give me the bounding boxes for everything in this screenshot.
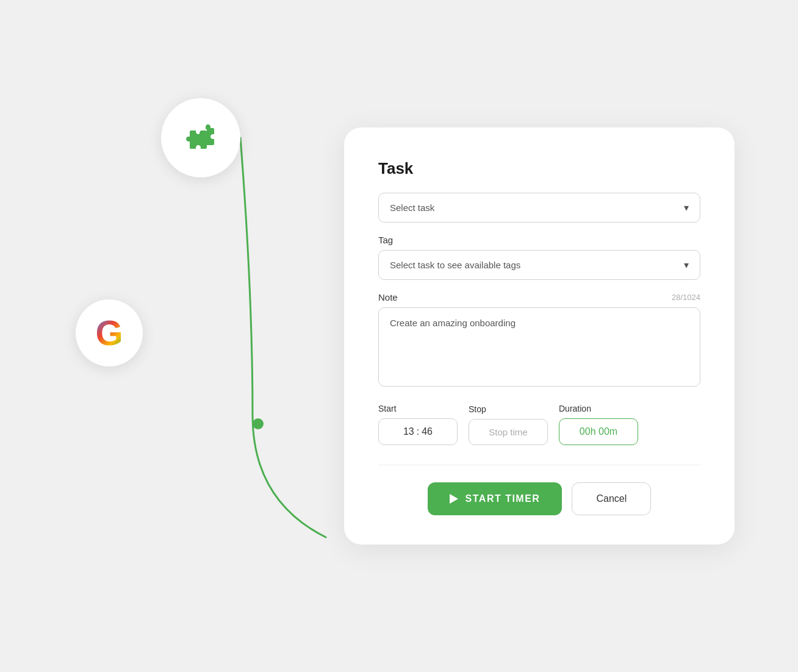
google-float-icon: G: [76, 299, 143, 366]
start-minute: 46: [422, 426, 433, 437]
stop-placeholder: Stop time: [489, 427, 527, 437]
card-title: Task: [378, 159, 700, 178]
start-timer-label: START TIMER: [466, 493, 541, 504]
curve-dot: [253, 418, 264, 429]
duration-value: 00h 00m: [580, 426, 617, 437]
divider: [378, 465, 700, 465]
note-label: Note: [378, 292, 398, 302]
duration-box[interactable]: 00h 00m: [559, 418, 638, 445]
action-row: START TIMER Cancel: [378, 482, 700, 515]
note-textarea[interactable]: Create an amazing onboarding: [378, 307, 700, 387]
start-time-box[interactable]: 13 : 46: [378, 418, 458, 445]
task-dropdown-value: Select task: [390, 202, 434, 213]
time-row: Start 13 : 46 Stop Stop time Duration 00…: [378, 404, 700, 445]
stop-label: Stop: [469, 404, 548, 414]
main-card: Task Select task ▾ Tag Select task to se…: [344, 127, 735, 545]
start-label: Start: [378, 404, 458, 413]
google-icon: G: [95, 315, 123, 351]
stop-col: Stop Stop time: [469, 404, 548, 445]
tag-dropdown[interactable]: Select task to see available tags ▾: [378, 250, 700, 280]
duration-col: Duration 00h 00m: [559, 404, 638, 445]
time-separator: :: [417, 426, 419, 437]
task-dropdown[interactable]: Select task ▾: [378, 193, 700, 223]
cancel-button[interactable]: Cancel: [572, 482, 651, 515]
tag-chevron-icon: ▾: [684, 259, 689, 271]
play-icon: [450, 494, 458, 504]
start-hour: 13: [403, 426, 414, 437]
tag-dropdown-value: Select task to see available tags: [390, 260, 520, 270]
tag-label: Tag: [378, 235, 700, 245]
puzzle-icon: [182, 120, 219, 156]
chevron-down-icon: ▾: [684, 202, 689, 213]
start-col: Start 13 : 46: [378, 404, 458, 445]
stop-time-box[interactable]: Stop time: [469, 419, 548, 445]
note-counter: 28/1024: [672, 293, 700, 302]
duration-label: Duration: [559, 404, 638, 413]
start-timer-button[interactable]: START TIMER: [428, 482, 563, 515]
puzzle-float-icon: [161, 98, 240, 177]
